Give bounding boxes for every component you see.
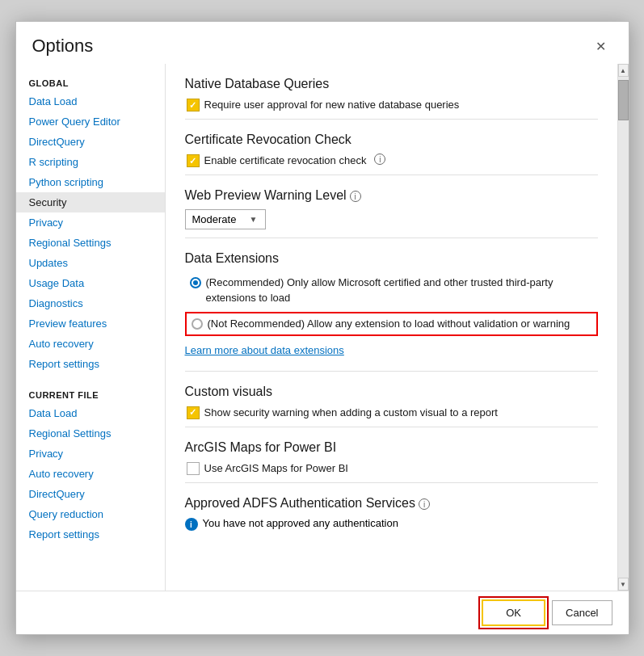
info-row-adfs-0: iYou have not approved any authenticatio…	[185, 517, 598, 531]
dialog-footer: OK Cancel	[16, 591, 629, 634]
vertical-scrollbar[interactable]: ▲ ▼	[617, 64, 629, 591]
checkbox-label-cert-revocation-0: Enable certificate revocation check	[204, 153, 367, 168]
section-separator	[185, 175, 598, 175]
section-separator	[185, 482, 598, 483]
sidebar-item-preview-features[interactable]: Preview features	[16, 313, 165, 334]
section-title-web-preview: Web Preview Warning Leveli	[185, 188, 598, 203]
content-inner: Native Database QueriesRequire user appr…	[166, 64, 617, 591]
section-separator	[185, 119, 598, 120]
section-title-adfs: Approved ADFS Authentication Servicesi	[185, 496, 598, 511]
global-section-label: GLOBAL	[16, 72, 165, 91]
radio-selected-icon[interactable]	[190, 277, 201, 288]
section-title-data-extensions: Data Extensions	[185, 251, 598, 266]
checkbox-row-arcgis-0: Use ArcGIS Maps for Power BI	[185, 461, 598, 476]
info-icon-web-preview[interactable]: i	[350, 191, 361, 202]
checkbox-checked-icon[interactable]	[187, 406, 200, 419]
scrollbar-track[interactable]	[618, 77, 629, 578]
content-area: Native Database QueriesRequire user appr…	[166, 64, 629, 591]
sidebar-item-r-scripting[interactable]: R scripting	[16, 152, 165, 172]
section-title-native-db: Native Database Queries	[185, 77, 598, 91]
checkbox-row-native-db-0: Require user approval for new native dat…	[185, 98, 598, 112]
dialog-titlebar: Options ✕	[16, 22, 629, 64]
section-title-arcgis: ArcGIS Maps for Power BI	[185, 440, 598, 455]
checkbox-row-cert-revocation-0: Enable certificate revocation checki	[185, 153, 598, 168]
sidebar-item-cf-privacy[interactable]: Privacy	[16, 444, 165, 464]
cancel-button[interactable]: Cancel	[552, 600, 612, 625]
info-icon-checkbox-0[interactable]: i	[374, 153, 385, 165]
radio-label-data-extensions-1: (Not Recommended) Allow any extension to…	[208, 317, 570, 331]
dropdown-value: Moderate	[192, 213, 237, 225]
options-dialog: Options ✕ GLOBAL Data LoadPower Query Ed…	[15, 21, 629, 635]
checkbox-label-native-db-0: Require user approval for new native dat…	[204, 98, 460, 112]
info-text-adfs-0: You have not approved any authentication	[203, 517, 398, 529]
sidebar-item-cf-auto-recovery[interactable]: Auto recovery	[16, 464, 165, 484]
dropdown-web-preview[interactable]: Moderate▼	[185, 209, 266, 229]
ok-button[interactable]: OK	[482, 599, 545, 626]
scroll-down-arrow[interactable]: ▼	[618, 578, 629, 591]
info-icon-adfs[interactable]: i	[419, 498, 430, 510]
close-button[interactable]: ✕	[590, 35, 612, 57]
dialog-title: Options	[32, 36, 94, 57]
checkbox-checked-icon[interactable]	[187, 154, 200, 167]
scrollbar-thumb[interactable]	[618, 80, 629, 120]
section-title-cert-revocation: Certificate Revocation Check	[185, 132, 598, 147]
sidebar-item-data-load[interactable]: Data Load	[16, 91, 165, 111]
sidebar-item-cf-directquery[interactable]: DirectQuery	[16, 484, 165, 504]
sidebar-item-auto-recovery[interactable]: Auto recovery	[16, 334, 165, 354]
section-title-custom-visuals: Custom visuals	[185, 385, 598, 399]
checkbox-row-custom-visuals-0: Show security warning when adding a cust…	[185, 406, 598, 420]
info-badge-icon: i	[185, 518, 198, 531]
sidebar-item-diagnostics[interactable]: Diagnostics	[16, 293, 165, 313]
sidebar-item-power-query-editor[interactable]: Power Query Editor	[16, 111, 165, 132]
sidebar-item-privacy[interactable]: Privacy	[16, 212, 165, 233]
sidebar-item-cf-query-reduction[interactable]: Query reduction	[16, 504, 165, 524]
sidebar-item-cf-report-settings[interactable]: Report settings	[16, 524, 165, 545]
radio-row-data-extensions-1[interactable]: (Not Recommended) Allow any extension to…	[185, 312, 598, 336]
radio-unselected-icon[interactable]	[192, 318, 203, 330]
sidebar-item-security[interactable]: Security	[16, 192, 165, 212]
link-data-extensions[interactable]: Learn more about data extensions	[185, 344, 344, 356]
sidebar-item-cf-regional-settings[interactable]: Regional Settings	[16, 423, 165, 444]
sidebar-item-updates[interactable]: Updates	[16, 253, 165, 273]
sidebar-item-directquery[interactable]: DirectQuery	[16, 132, 165, 152]
dropdown-row-web-preview: Moderate▼	[185, 209, 598, 229]
sidebar-item-python-scripting[interactable]: Python scripting	[16, 172, 165, 192]
sidebar-item-report-settings[interactable]: Report settings	[16, 354, 165, 374]
current-file-section-label: CURRENT FILE	[16, 384, 165, 403]
sidebar-item-cf-data-load[interactable]: Data Load	[16, 403, 165, 423]
radio-row-data-extensions-0[interactable]: (Recommended) Only allow Microsoft certi…	[185, 272, 598, 308]
sidebar-item-regional-settings[interactable]: Regional Settings	[16, 233, 165, 253]
checkbox-checked-icon[interactable]	[187, 99, 200, 111]
radio-label-data-extensions-0: (Recommended) Only allow Microsoft certi…	[206, 275, 593, 305]
checkbox-unchecked-icon[interactable]	[187, 462, 200, 475]
section-separator	[185, 427, 598, 427]
scroll-up-arrow[interactable]: ▲	[618, 64, 629, 77]
section-separator	[185, 371, 598, 372]
chevron-down-icon: ▼	[249, 215, 257, 224]
checkbox-label-arcgis-0: Use ArcGIS Maps for Power BI	[204, 461, 348, 476]
sidebar: GLOBAL Data LoadPower Query EditorDirect…	[16, 64, 166, 591]
dialog-body: GLOBAL Data LoadPower Query EditorDirect…	[16, 64, 629, 591]
sidebar-item-usage-data[interactable]: Usage Data	[16, 273, 165, 293]
section-separator	[185, 238, 598, 238]
checkbox-label-custom-visuals-0: Show security warning when adding a cust…	[204, 406, 498, 420]
